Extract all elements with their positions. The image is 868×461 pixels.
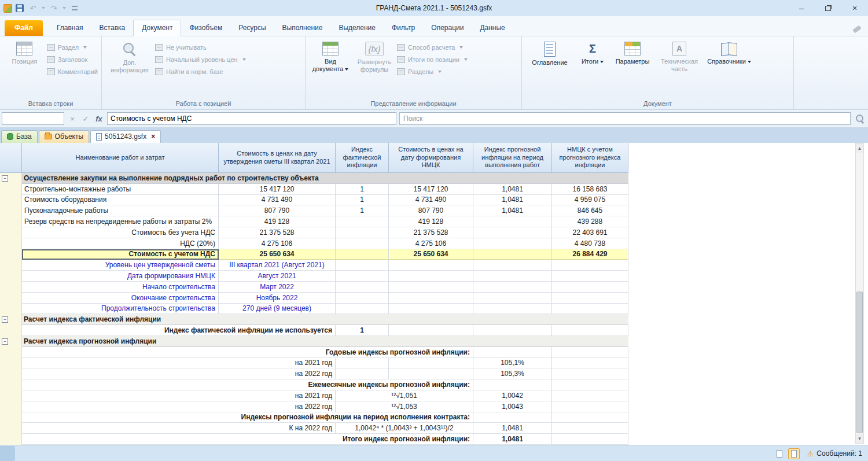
tab-objects[interactable]: Объекты [39,130,90,143]
heading-button[interactable]: Заголовок [47,56,98,63]
cell-value[interactable] [552,368,628,379]
table-section-row[interactable]: −Расчет индекса фактической инфляции [0,314,628,325]
cell-value[interactable] [473,304,552,315]
cell-value[interactable] [389,282,473,293]
cell-value[interactable]: 4 275 106 [389,238,473,249]
tab-operacii[interactable]: Операции [423,20,472,36]
cell-value[interactable]: Март 2022 [219,282,336,293]
table-row[interactable]: на 2021 год105,1% [0,358,628,369]
cell-name[interactable]: на 2022 год [22,368,336,379]
cell-value[interactable] [473,238,552,249]
restore-button[interactable] [815,0,841,16]
cell-value[interactable] [336,271,389,282]
table-row[interactable]: Итого индекс прогнозной инфляции:1,0481 [0,434,628,445]
cell-value[interactable] [552,412,628,423]
cell-value[interactable]: 22 403 691 [552,227,628,238]
cell-value[interactable] [473,249,552,260]
cell-value[interactable]: 1,0481 [473,423,552,434]
initial-price-level-button[interactable]: Начальный уровень цен [155,56,246,63]
redo-button[interactable]: ↷ [48,2,60,14]
cell-value[interactable] [552,401,628,412]
table-row[interactable]: Стоимость без учета НДС21 375 52821 375 … [0,227,628,238]
cell-value[interactable] [473,271,552,282]
qat-customize-button[interactable] [69,2,80,14]
cell-value[interactable] [473,282,552,293]
section-button[interactable]: Раздел [47,44,98,51]
cell-value[interactable]: 807 790 [219,205,336,216]
tab-document-file[interactable]: 5051243.gsfx× [90,130,161,143]
collapse-expander-icon[interactable]: − [2,175,8,182]
scroll-up-button[interactable]: ▲ [856,143,863,153]
cell-value[interactable] [552,423,628,434]
cell-value[interactable] [552,282,628,293]
table-row[interactable]: на 2022 год¹²√1,0531,0043 [0,401,628,412]
cell-name[interactable]: Стоимость без учета НДС [22,227,219,238]
table-row[interactable]: Пусконаладочные работы807 7901807 7901,0… [0,205,628,216]
cell-value[interactable]: 15 417 120 [219,184,336,195]
cell-value[interactable]: Август 2021 [219,271,336,282]
cell-value[interactable]: 4 731 490 [389,195,473,206]
cell-value[interactable]: 270 дней (9 месяцев) [219,304,336,315]
cell-value[interactable]: 846 645 [552,205,628,216]
messages-indicator[interactable]: ⚠ Сообщений: 1 [807,449,862,458]
collapse-expander-icon[interactable]: − [2,338,8,345]
table-row[interactable]: Годовые индексы прогнозной инфляции: [0,347,628,358]
undo-dropdown-arrow[interactable] [42,7,45,9]
cell-value[interactable]: 26 884 429 [552,249,628,260]
scroll-track[interactable] [856,153,863,434]
cell-value[interactable] [389,293,473,304]
column-header-actual-index[interactable]: Индекс фактической инфляции [336,143,389,173]
cell-value[interactable] [552,304,628,315]
cell-name[interactable]: Индекс фактической инфляции не используе… [22,325,336,336]
tab-filtr[interactable]: Фильтр [384,20,423,36]
cell-value[interactable]: 419 128 [219,216,336,227]
cell-value[interactable] [552,347,628,358]
redo-dropdown-arrow[interactable] [62,7,66,9]
cell-value[interactable]: ¹²√1,053 [336,401,473,412]
view-mode-button-layout[interactable] [788,448,800,459]
cell-value[interactable]: 105,3% [473,368,552,379]
cell-value[interactable]: 1,0042 [473,390,552,401]
cell-value[interactable] [473,412,552,423]
table-row[interactable]: Уровень цен утвержденной сметыIII кварта… [0,260,628,271]
tab-vypolnenie[interactable]: Выполнение [274,20,331,36]
tab-fizobem[interactable]: Физобъем [181,20,230,36]
cell-name[interactable]: Уровень цен утвержденной сметы [22,260,219,271]
column-header-nmck-cost[interactable]: Стоимость в ценах на дату формирования Н… [389,143,473,173]
scroll-down-button[interactable]: ▼ [856,434,863,443]
cell-name[interactable]: К на 2022 год [22,423,336,434]
table-row[interactable]: Индексы прогнозной инфляции на период ис… [0,412,628,423]
cell-value[interactable]: 1,0481 [473,205,552,216]
cell-value[interactable]: III квартал 2021 (Август 2021) [219,260,336,271]
cell-name-box[interactable] [2,112,64,125]
cell-name[interactable]: на 2021 год [22,358,336,369]
calc-method-button[interactable]: Способ расчета [397,44,468,51]
cell-value[interactable] [336,260,389,271]
references-button[interactable]: Справочники [705,39,753,68]
search-button[interactable] [854,114,866,123]
totals-button[interactable]: Σ Итоги [575,39,610,68]
cell-value[interactable] [336,216,389,227]
cell-value[interactable] [552,293,628,304]
ribbon-collapse-icon[interactable] [852,25,861,34]
table-row[interactable]: на 2021 год¹²√1,0511,0042 [0,390,628,401]
cell-name[interactable]: Годовые индексы прогнозной инфляции: [22,347,473,358]
tab-vstavka[interactable]: Вставка [91,20,134,36]
comment-button[interactable]: Комментарий [47,68,98,75]
cell-name[interactable]: Начало строительства [22,282,219,293]
cell-value[interactable]: 1,0481 [473,184,552,195]
cell-name[interactable]: Окончание строительства [22,293,219,304]
table-row[interactable]: Начало строительстваМарт 2022 [0,282,628,293]
cell-value[interactable]: ¹²√1,051 [336,390,473,401]
cell-value[interactable]: 1,0481 [473,195,552,206]
cell-value[interactable] [389,368,473,379]
cell-value[interactable] [389,325,473,336]
cell-value[interactable]: 807 790 [389,205,473,216]
cell-value[interactable]: 1 [336,184,389,195]
toc-button[interactable]: Оглавление [525,39,574,69]
view-mode-button-normal[interactable] [774,448,785,459]
cell-value[interactable] [552,271,628,282]
extra-info-button[interactable]: Доп. информация [105,39,154,76]
collapse-expander-icon[interactable]: − [2,316,8,323]
save-button[interactable] [14,2,25,14]
